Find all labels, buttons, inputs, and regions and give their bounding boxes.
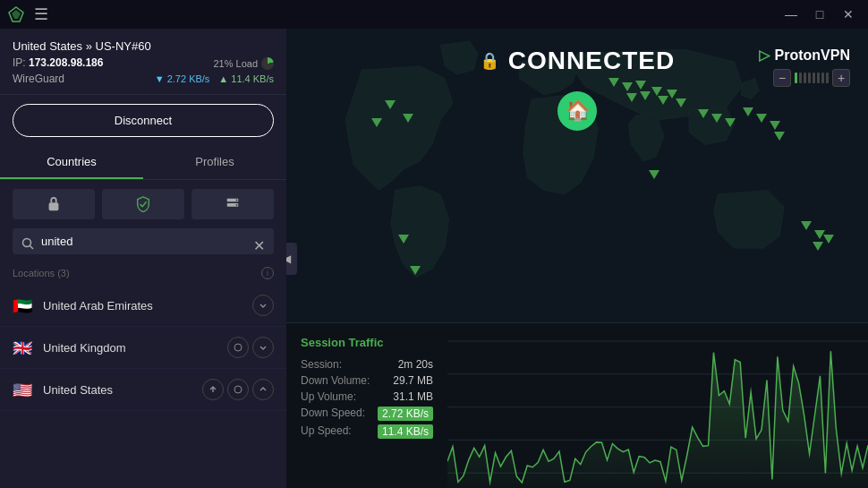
info-icon[interactable]: i [261, 267, 274, 279]
load-circle [261, 57, 274, 70]
connect-us-button[interactable] [227, 379, 249, 400]
protocol-name: WireGuard [13, 73, 64, 85]
slider-pip [821, 73, 824, 83]
svg-marker-1 [12, 10, 21, 19]
tab-countries[interactable]: Countries [0, 146, 143, 179]
slider-increase-button[interactable]: + [832, 69, 850, 87]
stat-downspeed-label: Down Speed: [301, 407, 365, 421]
server-name: United States » US-NY#60 [13, 39, 274, 53]
slider-pip [817, 73, 820, 83]
stat-downvol-value: 29.7 MB [393, 374, 433, 387]
vpn-marker [774, 132, 785, 142]
vpn-marker [649, 170, 660, 181]
list-item[interactable]: 🇦🇪 United Arab Emirates [0, 285, 286, 327]
svg-point-5 [236, 200, 238, 201]
slider-pip [804, 73, 806, 83]
server-filter-icon [225, 196, 241, 212]
slider-pip [808, 73, 811, 83]
search-clear-icon[interactable]: ✕ [253, 236, 265, 253]
connected-text: CONNECTED [508, 47, 675, 75]
vpn-marker [403, 114, 413, 124]
vpn-marker [640, 91, 651, 102]
stat-downspeed-value: 2.72 KB/s [378, 407, 433, 421]
protonvpn-logo-icon [7, 5, 25, 23]
speed-display: ▼ 2.72 KB/s ▲ 11.4 KB/s [155, 73, 274, 84]
vpn-marker [622, 82, 633, 93]
titlebar-left: ☰ [7, 4, 48, 24]
svg-point-9 [234, 344, 242, 351]
upload-us-button[interactable] [202, 379, 224, 400]
connect-uk-button[interactable] [227, 337, 249, 358]
stat-session-label: Session: [301, 358, 342, 371]
stats-chart: Speed KB/s [447, 323, 868, 488]
expand-us-button[interactable] [252, 379, 274, 400]
country-actions-uk [227, 337, 274, 358]
main-layout: United States » US-NY#60 IP: 173.208.98.… [0, 29, 868, 488]
ip-address: IP: 173.208.98.186 [13, 56, 103, 69]
expand-uk-button[interactable] [252, 337, 274, 358]
locations-header: Locations (3) i [0, 261, 286, 285]
vpn-marker [711, 114, 722, 124]
upload-speed: ▲ 11.4 KB/s [218, 73, 274, 84]
minimize-button[interactable]: — [779, 5, 804, 23]
tab-profiles[interactable]: Profiles [143, 146, 286, 179]
ip-label: IP: [13, 56, 26, 69]
list-item[interactable]: 🇺🇸 United States [0, 369, 286, 411]
locations-count: Locations (3) [13, 268, 70, 278]
collapse-arrow[interactable]: ◀ [286, 243, 297, 275]
country-actions-us [202, 379, 274, 400]
stats-left: Session Traffic Session: 2m 20s Down Vol… [286, 323, 447, 488]
vpn-marker [371, 118, 382, 129]
lock-filter-icon [46, 196, 62, 212]
slider-decrease-button[interactable]: − [773, 69, 791, 87]
maximize-button[interactable]: □ [807, 5, 832, 23]
home-icon: 🏠 [566, 99, 590, 123]
connected-status: 🔒 CONNECTED [480, 47, 675, 75]
disconnect-button[interactable]: Disconnect [13, 104, 274, 137]
stat-upvol-value: 31.1 MB [393, 390, 433, 403]
stat-session-row: Session: 2m 20s [301, 358, 433, 371]
right-panel: ◀ [286, 29, 868, 488]
stat-upspeed-label: Up Speed: [301, 424, 352, 439]
vpn-marker [801, 221, 812, 232]
stats-panel: Session Traffic Session: 2m 20s Down Vol… [286, 322, 868, 488]
close-button[interactable]: ✕ [836, 5, 861, 23]
country-actions-uae [252, 295, 274, 316]
stat-session-value: 2m 20s [398, 358, 433, 371]
stat-downvol-label: Down Volume: [301, 374, 370, 387]
svg-rect-2 [49, 202, 59, 210]
shield-filter-icon [135, 196, 151, 212]
flag-uk: 🇬🇧 [13, 340, 34, 355]
vpn-marker [385, 100, 396, 111]
filter-server-button[interactable] [191, 189, 274, 219]
country-name-us: United States [43, 383, 202, 397]
download-speed: ▼ 2.72 KB/s [155, 73, 210, 84]
country-name-uk: United Kingdom [43, 341, 227, 355]
vpn-marker [608, 78, 619, 89]
stat-upspeed-row: Up Speed: 11.4 KB/s [301, 424, 433, 439]
speed-slider: − + [773, 69, 850, 87]
proton-logo-icon: ▷ [759, 47, 770, 64]
flag-us: 🇺🇸 [13, 382, 34, 397]
flag-uae: 🇦🇪 [13, 298, 34, 312]
vpn-marker [410, 266, 421, 277]
home-button[interactable]: 🏠 [557, 91, 597, 131]
menu-icon[interactable]: ☰ [34, 4, 48, 24]
proton-name: ▷ ProtonVPN [759, 47, 850, 64]
expand-uae-button[interactable] [252, 295, 274, 316]
stat-upspeed-value: 11.4 KB/s [378, 424, 433, 439]
stat-downspeed-row: Down Speed: 2.72 KB/s [301, 407, 433, 421]
slider-track [795, 73, 829, 83]
filter-secure-button[interactable] [102, 189, 184, 219]
vpn-marker [698, 109, 709, 120]
search-input[interactable] [13, 228, 274, 254]
session-traffic-title: Session Traffic [301, 336, 433, 349]
speed-chart [447, 323, 868, 488]
svg-point-10 [234, 386, 242, 393]
stat-upvol-row: Up Volume: 31.1 MB [301, 390, 433, 403]
left-panel: United States » US-NY#60 IP: 173.208.98.… [0, 29, 286, 488]
vpn-marker [756, 114, 767, 124]
filter-all-button[interactable] [13, 189, 95, 219]
list-item[interactable]: 🇬🇧 United Kingdom [0, 327, 286, 369]
vpn-marker [823, 235, 834, 245]
